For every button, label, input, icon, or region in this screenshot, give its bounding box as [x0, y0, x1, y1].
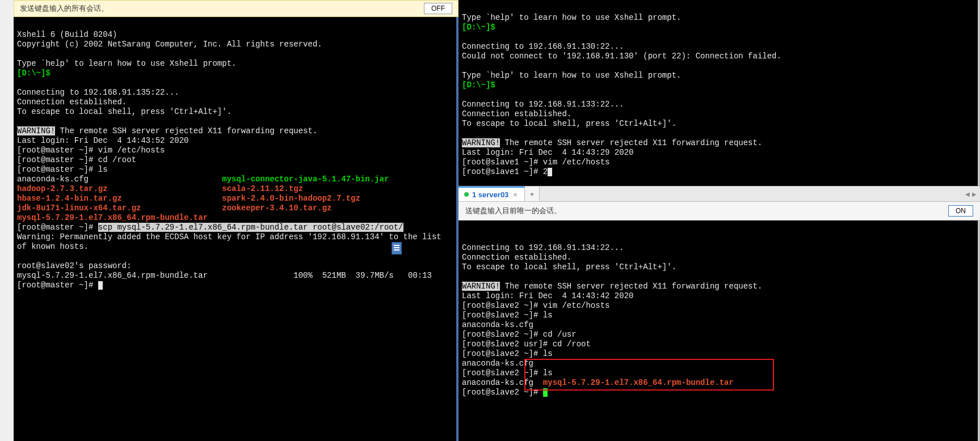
escape-line: To escape to local shell, press 'Ctrl+Al…	[17, 107, 232, 116]
right-lower-banner: 送键盘输入目前唯一的会话。 ON	[459, 202, 980, 220]
connest-line: Connection established.	[17, 97, 127, 107]
tab-close-icon[interactable]: ×	[512, 190, 519, 199]
mysql-file: mysql-5.7.29-1.el7.x86_64.rpm-bundle.tar	[543, 378, 734, 387]
connecting-line: Connecting to 192.168.91.135:22...	[17, 88, 179, 97]
left-banner-off-button[interactable]: OFF	[424, 3, 452, 14]
tab-scroll: ◀ ▶	[962, 186, 980, 201]
banner-on-button[interactable]: ON	[948, 205, 973, 217]
file: mysql-5.7.29-1.el7.x86_64.rpm-bundle.tar	[17, 213, 208, 222]
scp-command: scp mysql-5.7.29-1.el7.x86_64.rpm-bundle…	[98, 223, 403, 232]
file: scala-2.11.12.tgz	[222, 184, 303, 193]
help-line: Type `help' to learn how to use Xshell p…	[17, 59, 236, 68]
warning-label: WARNING!	[17, 126, 55, 135]
tab-add-button[interactable]: +	[525, 186, 540, 201]
tab-bar: 1 server03 × + ◀ ▶	[459, 186, 980, 202]
left-terminal[interactable]: Xshell 6 (Build 0204) Copyright (c) 2002…	[14, 17, 459, 441]
file: jdk-8u171-linux-x64.tar.gz	[17, 203, 222, 213]
cursor	[548, 168, 552, 176]
file: spark-2.4.0-bin-hadoop2.7.tgz	[222, 194, 360, 203]
copyright: Copyright (c) 2002 NetSarang Computer, I…	[17, 40, 322, 49]
local-prompt: [D:\~]$	[17, 69, 51, 78]
xfer-file: mysql-5.7.29-1.el7.x86_64.rpm-bundle.tar	[17, 271, 208, 280]
password-line: root@slave02's password:	[17, 261, 132, 270]
left-banner: 发送键盘输入的所有会话。 OFF	[14, 0, 459, 17]
file: zookeeper-3.4.10.tar.gz	[222, 203, 331, 213]
left-banner-text: 发送键盘输入的所有会话。	[20, 3, 108, 14]
right-upper-terminal[interactable]: Type `help' to learn how to use Xshell p…	[459, 0, 980, 186]
cursor	[98, 281, 103, 290]
xshell-title: Xshell 6 (Build 0204)	[17, 30, 117, 39]
status-dot-icon	[464, 192, 469, 197]
tab-scroll-left-icon[interactable]: ◀	[965, 191, 970, 197]
tab-server03[interactable]: 1 server03 ×	[459, 186, 525, 201]
file: mysql-connector-java-5.1.47-bin.jar	[222, 175, 389, 184]
file: hadoop-2.7.3.tar.gz	[17, 184, 222, 193]
cursor	[543, 388, 548, 397]
warning-rest: The remote SSH server rejected X11 forwa…	[55, 126, 317, 135]
perm-warning: Warning: Permanently added the ECDSA hos…	[17, 232, 454, 252]
file: anaconda-ks.cfg	[17, 175, 222, 184]
lastlogin-line: Last login: Fri Dec 4 14:43:52 2020	[17, 136, 188, 145]
right-lower-terminal[interactable]: Connecting to 192.168.91.134:22... Conne…	[459, 220, 980, 441]
tab-label: 1 server03	[472, 190, 508, 199]
notepad-icon[interactable]	[392, 242, 402, 255]
file: hbase-1.2.4-bin.tar.gz	[17, 194, 222, 203]
banner-text: 送键盘输入目前唯一的会话。	[465, 206, 561, 216]
tab-scroll-right-icon[interactable]: ▶	[972, 191, 977, 197]
